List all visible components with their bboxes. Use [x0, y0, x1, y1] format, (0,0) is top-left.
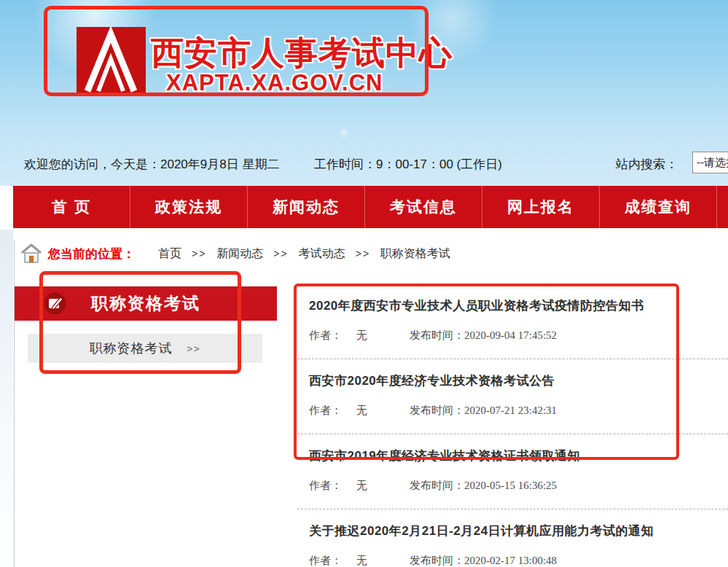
breadcrumb-separator: >>	[273, 248, 288, 259]
sidebar-section-header: 职称资格考试	[15, 286, 277, 321]
author-label: 作者：	[309, 480, 342, 491]
sidebar-item-label: 职称资格考试	[89, 340, 172, 357]
nav-item-online-registration[interactable]: 网上报名	[482, 186, 600, 228]
breadcrumb-item-exam-news[interactable]: 考试动态	[299, 246, 345, 262]
nav-item-home[interactable]: 首 页	[13, 186, 130, 228]
article-row: 西安市2019年度经济专业技术资格证书领取通知 作者：无发布时间：2020-05…	[297, 434, 728, 509]
home-icon	[20, 243, 42, 264]
site-name: 西安市人事考试中心	[151, 31, 453, 75]
article-row: 2020年度西安市专业技术人员职业资格考试疫情防控告知书 作者：无发布时间：20…	[297, 284, 728, 359]
article-meta: 作者：无发布时间：2020-05-15 16:36:25	[309, 479, 728, 493]
article-row: 西安市2020年度经济专业技术资格考试公告 作者：无发布时间：2020-07-2…	[297, 359, 728, 434]
site-logo[interactable]	[77, 27, 146, 93]
breadcrumb-item-title-qualification[interactable]: 职称资格考试	[380, 246, 450, 262]
author-value: 无	[356, 329, 367, 341]
author-value: 无	[356, 555, 367, 566]
author-label: 作者：	[309, 329, 342, 341]
published-value: 2020-09-04 17:45:52	[464, 329, 557, 341]
logo-mountain-icon	[77, 27, 146, 93]
sidebar-item-arrow: >>	[187, 343, 200, 354]
article-title-link[interactable]: 西安市2020年度经济专业技术资格考试公告	[309, 372, 728, 389]
site-domain: XAPTA.XA.GOV.CN	[166, 70, 383, 96]
nav-item-policies[interactable]: 政策法规	[130, 186, 248, 228]
work-time-text: 工作时间：9：00-17：00 (工作日)	[314, 156, 502, 173]
article-meta: 作者：无发布时间：2020-07-21 23:42:31	[309, 404, 728, 418]
nav-item-news[interactable]: 新闻动态	[248, 186, 365, 228]
article-meta: 作者：无发布时间：2020-02-17 13:00:48	[309, 554, 728, 567]
welcome-greeting: 欢迎您的访问，今天是：2020年9月8日 星期二	[24, 156, 279, 173]
breadcrumb-item-home[interactable]: 首页	[158, 246, 181, 262]
sidebar-item-title-qualification[interactable]: 职称资格考试 >>	[28, 334, 262, 363]
article-list: 2020年度西安市专业技术人员职业资格考试疫情防控告知书 作者：无发布时间：20…	[297, 284, 728, 567]
breadcrumb-separator: >>	[192, 248, 206, 259]
nav-filler	[717, 186, 728, 228]
article-row: 关于推迟2020年2月21日-2月24日计算机应用能力考试的通知 作者：无发布时…	[297, 509, 728, 567]
author-value: 无	[356, 404, 367, 416]
published-value: 2020-02-17 13:00:48	[464, 555, 557, 566]
published-label: 发布时间：	[410, 404, 464, 416]
nav-item-exam-info[interactable]: 考试信息	[365, 186, 482, 228]
breadcrumb-separator: >>	[356, 248, 370, 259]
published-label: 发布时间：	[410, 329, 464, 341]
author-label: 作者：	[309, 555, 342, 566]
sidebar-title: 职称资格考试	[15, 286, 277, 321]
left-margin-strip	[0, 230, 13, 567]
published-label: 发布时间：	[410, 555, 464, 566]
article-meta: 作者：无发布时间：2020-09-04 17:45:52	[309, 329, 728, 343]
nav-item-score-query[interactable]: 成绩查询	[600, 186, 717, 228]
site-search-select[interactable]: --请选择--	[692, 152, 728, 173]
article-title-link[interactable]: 2020年度西安市专业技术人员职业资格考试疫情防控告知书	[309, 297, 728, 314]
published-value: 2020-05-15 16:36:25	[464, 480, 557, 491]
breadcrumb-item-news[interactable]: 新闻动态	[216, 246, 263, 262]
article-title-link[interactable]: 西安市2019年度经济专业技术资格证书领取通知	[309, 447, 728, 464]
breadcrumb-label: 您当前的位置：	[48, 246, 135, 262]
author-value: 无	[356, 480, 367, 491]
site-search-label: 站内搜索：	[616, 156, 678, 173]
breadcrumb: 您当前的位置： 首页 >> 新闻动态 >> 考试动态 >> 职称资格考试	[20, 241, 720, 267]
published-value: 2020-07-21 23:42:31	[464, 404, 557, 416]
main-nav: 首 页 政策法规 新闻动态 考试信息 网上报名 成绩查询	[13, 186, 728, 228]
published-label: 发布时间：	[410, 480, 464, 491]
article-title-link[interactable]: 关于推迟2020年2月21日-2月24日计算机应用能力考试的通知	[309, 523, 728, 539]
author-label: 作者：	[309, 404, 342, 416]
